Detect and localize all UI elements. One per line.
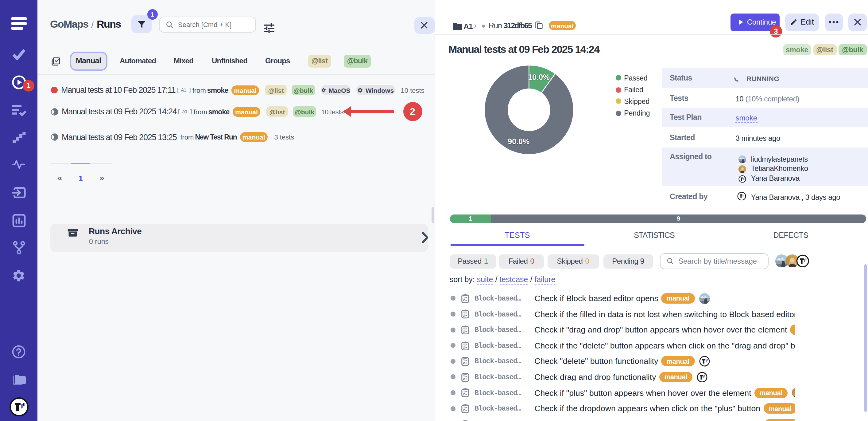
svg-text:10.0%: 10.0% — [528, 73, 550, 81]
svg-text:90.0%: 90.0% — [508, 137, 530, 146]
